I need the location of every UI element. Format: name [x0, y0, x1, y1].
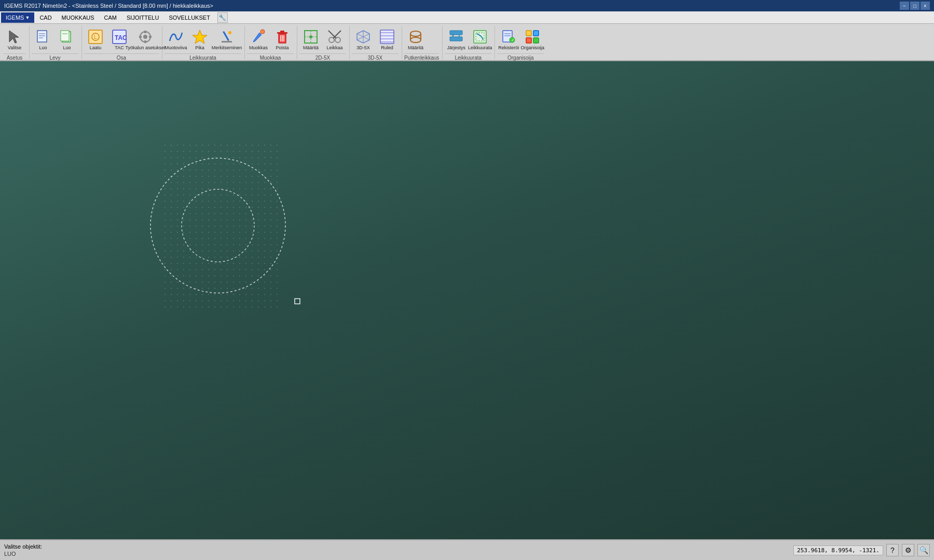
status-right: 253.9618, 8.9954, -1321. ? ⚙ 🔍	[793, 544, 930, 556]
tool-tac-label: TAC	[115, 46, 123, 51]
group-3d5x-label: 3D-5X	[352, 53, 399, 61]
help-button[interactable]: ?	[886, 544, 899, 556]
svg-rect-70	[295, 299, 300, 304]
group-osa-label: Osa	[84, 53, 159, 61]
menu-cam[interactable]: CAM	[100, 12, 121, 23]
tool-luo2-label: Luo	[63, 46, 71, 51]
maximize-button[interactable]: □	[910, 2, 919, 10]
toolbar-group-leikkuurata: Muotoviiva Pika Merkitse	[164, 26, 245, 59]
svg-text:✓: ✓	[511, 38, 515, 43]
title-bar: IGEMS R2017 Nimetön2 - <Stainless Steel …	[0, 0, 934, 11]
svg-rect-6	[61, 31, 69, 41]
tool-ruled[interactable]: Ruled	[376, 27, 399, 52]
status-prompt: Valitse objektit:	[4, 543, 793, 550]
settings-icon: ⚙	[905, 546, 912, 554]
tool-leikkuurata2-label: Leikkuurata	[468, 46, 492, 51]
coordinates-display: 253.9618, 8.9954, -1321.	[793, 545, 883, 555]
svg-point-22	[228, 31, 231, 34]
toolbar-group-3d5x: 3D-5X Ruled 3D-5X	[352, 26, 402, 59]
group-muokkaa-label: Muokkaa	[247, 53, 294, 61]
main-canvas-area[interactable]	[0, 61, 934, 539]
tool-laatu[interactable]: L Laatu	[84, 27, 107, 52]
menu-igems[interactable]: IGEMS ▼	[1, 12, 34, 23]
help-icon: ?	[890, 546, 895, 554]
svg-rect-1	[37, 31, 47, 42]
title-text: IGEMS R2017 Nimetön2 - <Stainless Steel …	[4, 3, 213, 9]
tool-jarjestys-label: Järjestys	[447, 46, 466, 51]
svg-text:L: L	[94, 34, 97, 40]
svg-rect-51	[450, 31, 462, 35]
status-bar: Valitse objektit: LUO 253.9618, 8.9954, …	[0, 539, 934, 560]
tool-3d5x-label: 3D-5X	[356, 46, 370, 51]
tool-laatu-label: Laatu	[90, 46, 102, 51]
tool-leikkaa-label: Leikkaa	[326, 46, 342, 51]
tool-maaritta[interactable]: Määritä	[404, 27, 427, 52]
svg-rect-21	[223, 31, 229, 41]
tool-luo[interactable]: Luo	[32, 27, 54, 52]
tool-luo2[interactable]: Luo	[56, 27, 78, 52]
group-2d5x-label: 2D-5X	[299, 53, 346, 61]
tool-jarjestys[interactable]: Järjestys	[445, 27, 468, 52]
tool-pika-label: Pika	[195, 46, 204, 51]
tool-muotoviiva-label: Muotoviiva	[164, 46, 187, 51]
svg-rect-63	[533, 31, 539, 36]
toolbar-group-osa: L Laatu TAC TAC	[84, 26, 162, 59]
tool-luo-label: Luo	[39, 46, 47, 51]
svg-rect-67	[161, 144, 278, 307]
toolbar-group-asetus: Valitse Asetus	[3, 26, 30, 59]
group-leikkuurata2-label: Leikkuurata	[445, 53, 491, 61]
tool-rekisteroi[interactable]: ✓ Rekisteröi	[497, 27, 520, 52]
tool-tyokalun-asetukset[interactable]: Työkalun asetukset	[132, 27, 159, 52]
menu-muokkaus[interactable]: MUOKKAUS	[57, 12, 99, 23]
tool-pika[interactable]: Pika	[188, 27, 211, 52]
tool-muotoviiva[interactable]: Muotoviiva	[164, 27, 187, 52]
tool-poista-label: Poista	[276, 46, 289, 51]
svg-point-33	[309, 35, 312, 38]
tool-muokkas[interactable]: Muokkas	[247, 27, 270, 52]
tool-organisoija[interactable]: Organisoija	[521, 27, 544, 52]
svg-point-14	[143, 35, 147, 39]
drawing-canvas	[0, 61, 934, 539]
settings-status-button[interactable]: ⚙	[902, 544, 914, 556]
svg-point-23	[260, 30, 265, 34]
tool-maaritta-label: Määritä	[408, 46, 423, 51]
group-organisoija-label: Organisoija	[497, 53, 544, 61]
status-command: LUO	[4, 551, 793, 557]
tool-ruled-label: Ruled	[381, 46, 393, 51]
menu-sijoittelu[interactable]: SIJOITTELU	[122, 12, 163, 23]
tool-rekisteroi-label: Rekisteröi	[498, 46, 519, 51]
toolbar: Valitse Asetus Luo	[0, 24, 934, 61]
svg-text:TAC: TAC	[115, 34, 127, 41]
title-bar-controls: − □ ×	[900, 2, 930, 10]
svg-point-47	[410, 31, 421, 36]
svg-marker-0	[9, 31, 19, 43]
group-leikkuurata-label: Leikkuurata	[164, 53, 241, 61]
tool-merkitseminen[interactable]: Merkitseminen	[212, 27, 241, 52]
svg-rect-42	[380, 30, 394, 44]
minimize-button[interactable]: −	[900, 2, 909, 10]
tool-leikkaa-2d[interactable]: Leikkaa	[323, 27, 346, 52]
menu-bar: IGEMS ▼ CAD MUOKKAUS CAM SIJOITTELU SOVE…	[0, 11, 934, 24]
menu-sovellukset[interactable]: SOVELLUKSET	[164, 12, 214, 23]
svg-rect-26	[280, 31, 284, 32]
tool-valitse[interactable]: Valitse	[3, 27, 26, 52]
svg-rect-64	[526, 38, 531, 43]
tool-tyokalun-label: Työkalun asetukset	[125, 46, 165, 51]
svg-rect-52	[450, 37, 462, 41]
menu-icon-btn[interactable]: 🔧	[217, 12, 228, 23]
svg-marker-55	[452, 35, 454, 36]
zoom-status-button[interactable]: 🔍	[917, 544, 930, 556]
tool-maarits-2d[interactable]: Määritä	[299, 27, 322, 52]
svg-rect-15	[144, 31, 146, 33]
tool-leikkuurata2[interactable]: Leikkuurata	[469, 27, 491, 52]
tool-3d5x[interactable]: 3D-5X	[352, 27, 375, 52]
toolbar-group-muokkaa: Muokkas Poista Muokkaa	[247, 26, 297, 59]
svg-rect-18	[149, 36, 152, 38]
toolbar-group-leikkuurata2: Järjestys Leikkuurata Leikkuurata	[445, 26, 495, 59]
toolbar-group-levy: Luo Luo Levy	[32, 26, 82, 59]
close-button[interactable]: ×	[921, 2, 930, 10]
svg-rect-16	[144, 40, 146, 43]
menu-cad[interactable]: CAD	[35, 12, 56, 23]
tool-merkitseminen-label: Merkitseminen	[212, 46, 242, 51]
tool-poista[interactable]: Poista	[271, 27, 294, 52]
